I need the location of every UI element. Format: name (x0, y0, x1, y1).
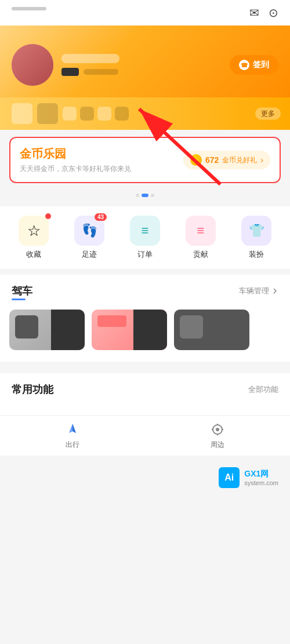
checkin-label: 签到 (253, 60, 269, 70)
reward-box-4 (80, 107, 94, 121)
action-label-footprint: 足迹 (82, 249, 97, 260)
dot-3 (151, 194, 154, 197)
nav-travel[interactable]: 出行 (55, 421, 90, 450)
action-label-dressup: 装扮 (249, 249, 264, 260)
driving-cards (0, 303, 290, 362)
watermark-content: Ai GX1网 system.com (219, 467, 278, 488)
chevron-right-icon (271, 288, 278, 294)
driving-section-header: 驾车 车辆管理 (0, 275, 290, 303)
watermark-ai-logo: Ai (219, 467, 240, 488)
checkin-button[interactable]: ☎ 签到 (230, 55, 278, 75)
common-functions-section: 常用功能 全部功能 (0, 373, 290, 415)
card-dark-side (51, 310, 85, 350)
action-collect[interactable]: ☆ 收藏 (13, 216, 54, 260)
all-functions-link[interactable]: 全部功能 (248, 384, 278, 395)
action-contribution[interactable]: ≡ 贡献 (180, 216, 221, 260)
watermark-site: GX1网 (244, 469, 278, 479)
quick-actions: ☆ 收藏 👣 43 足迹 ≡ 订单 ≡ 贡献 (0, 206, 290, 269)
status-bar: ✉ ⊙ (0, 0, 290, 26)
action-label-order: 订单 (137, 249, 153, 260)
reward-box-2 (37, 103, 58, 124)
driving-card-3[interactable] (174, 310, 249, 350)
avatar[interactable] (12, 44, 53, 86)
profile-info (61, 54, 222, 76)
travel-label: 出行 (66, 440, 79, 450)
travel-icon (64, 421, 81, 438)
quick-actions-section: ☆ 收藏 👣 43 足迹 ≡ 订单 ≡ 贡献 (0, 206, 290, 269)
action-icon-order: ≡ (130, 216, 160, 246)
driving-title: 驾车 (12, 284, 32, 298)
reward-box-5 (97, 107, 111, 121)
driving-card-2[interactable] (92, 310, 167, 350)
nearby-label: 周边 (211, 440, 224, 450)
nav-nearby[interactable]: 周边 (200, 421, 235, 450)
coin-paradise-title: 金币乐园 (20, 146, 183, 162)
coin-icon: ● (190, 154, 202, 166)
coin-paradise-left: 金币乐园 天天得金币，京东卡等好礼等你来兑 (20, 146, 183, 174)
action-order[interactable]: ≡ 订单 (125, 216, 165, 260)
action-footprint[interactable]: 👣 43 足迹 (69, 216, 110, 260)
separator-1 (0, 362, 290, 368)
coin-arrow: › (260, 155, 263, 165)
reward-boxes (12, 103, 129, 124)
status-time (12, 7, 46, 10)
watermark-domain: system.com (244, 479, 278, 486)
dot-1 (136, 194, 139, 197)
svg-point-3 (216, 428, 219, 431)
profile-header: ☎ 签到 (0, 26, 290, 97)
badge-footprint: 43 (95, 213, 107, 221)
nearby-icon (209, 421, 226, 438)
sub-info (84, 69, 118, 75)
action-icon-footprint-wrap: 👣 43 (74, 216, 104, 246)
settings-icon[interactable]: ⊙ (269, 6, 278, 20)
reward-box-6 (115, 107, 129, 121)
badge-collect (45, 213, 51, 219)
coin-paradise-right: ● 672 金币兑好礼 › (183, 151, 270, 169)
checkin-icon: ☎ (239, 60, 249, 70)
action-icon-contribution-wrap: ≡ (186, 216, 216, 246)
watermark-text: GX1网 system.com (244, 469, 278, 486)
reward-box-1 (12, 103, 32, 124)
action-label-collect: 收藏 (26, 249, 41, 260)
bottom-nav: 出行 周边 (0, 415, 290, 456)
watermark-bar: Ai GX1网 system.com (0, 456, 290, 500)
rewards-strip[interactable]: 更多 (0, 97, 290, 130)
coin-count: 672 (205, 155, 219, 165)
vehicle-management-link[interactable]: 车辆管理 (239, 286, 278, 296)
vehicle-management-label: 车辆管理 (239, 286, 269, 296)
action-icon-collect: ☆ (19, 216, 49, 246)
profile-row: ☎ 签到 (12, 44, 278, 86)
card-dark-box (15, 315, 38, 339)
action-dressup[interactable]: 👕 装扮 (236, 216, 277, 260)
indicator-container (0, 190, 290, 201)
coin-paradise-subtitle: 天天得金币，京东卡等好礼等你来兑 (20, 164, 183, 174)
functions-header: 常用功能 全部功能 (12, 383, 278, 396)
card-dark-side-2 (133, 310, 168, 350)
mail-icon[interactable]: ✉ (249, 6, 259, 20)
dot-indicator (0, 190, 290, 201)
username-placeholder (61, 54, 119, 63)
action-label-contribution: 贡献 (193, 249, 208, 260)
action-icon-contribution: ≡ (186, 216, 216, 246)
action-icon-dressup: 👕 (241, 216, 271, 246)
rewards-more[interactable]: 更多 (255, 108, 281, 120)
action-icon-dressup-wrap: 👕 (241, 216, 271, 246)
dot-2-active (142, 194, 148, 197)
action-icon-collect-wrap: ☆ (19, 216, 49, 246)
functions-title: 常用功能 (12, 383, 53, 396)
coin-redeem-text: 金币兑好礼 (222, 155, 257, 165)
driving-card-1[interactable] (9, 310, 85, 350)
level-badge (61, 68, 79, 76)
reward-box-3 (63, 107, 77, 121)
coin-paradise-card[interactable]: 金币乐园 天天得金币，京东卡等好礼等你来兑 ● 672 金币兑好礼 › (9, 137, 281, 183)
action-icon-order-wrap: ≡ (130, 216, 160, 246)
